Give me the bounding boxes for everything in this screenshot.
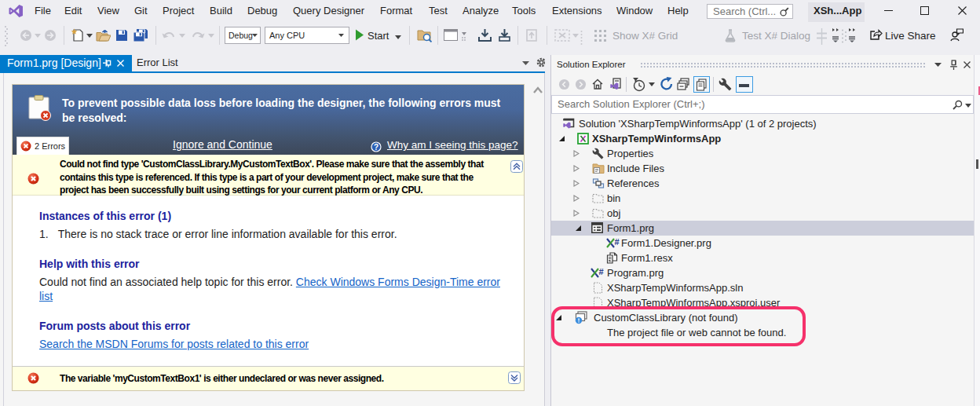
svg-text:#: #: [599, 268, 604, 276]
svg-text:#: #: [615, 238, 620, 247]
svg-text:?: ?: [374, 143, 378, 152]
